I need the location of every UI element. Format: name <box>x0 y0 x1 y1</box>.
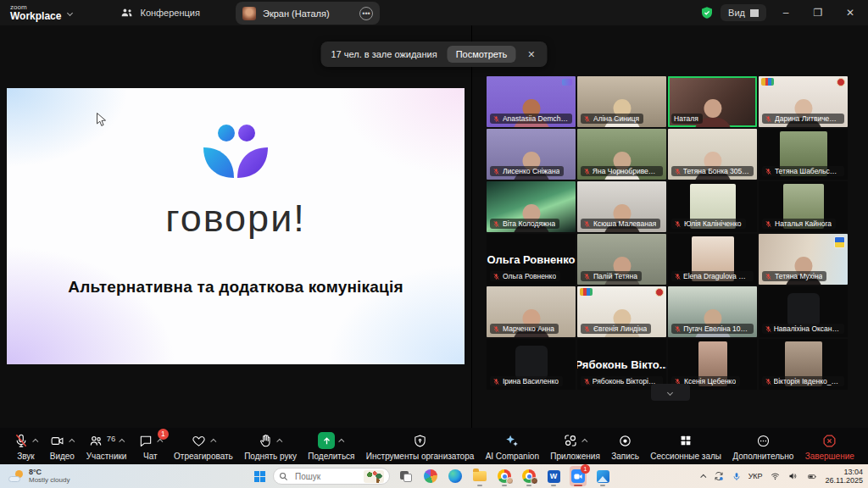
toolbar-label: Инструменты организатора <box>366 452 474 461</box>
taskbar-app-chrome1-icon[interactable] <box>496 466 513 486</box>
participant-tile[interactable]: Віта Колодяжна <box>487 181 576 232</box>
battery-icon[interactable] <box>805 472 819 481</box>
participant-name-label: Наталя <box>671 114 703 124</box>
clock-time: 13:04 <box>843 468 863 476</box>
toolbar-hand-button[interactable]: Поднять руку <box>244 432 297 461</box>
participant-tile[interactable]: Вікторія Івденко_ФПП... <box>759 339 848 390</box>
toolbar-chat-button[interactable]: 1Чат <box>138 432 163 461</box>
toolbar-record-button[interactable]: Запись <box>611 432 639 461</box>
toolbar-more-button[interactable]: Дополнительно <box>732 432 793 461</box>
participant-tile[interactable]: Тетяна Шабельська <box>759 129 848 180</box>
toolbar-shield-button[interactable]: Инструменты организатора <box>366 432 474 461</box>
microphone-tray-icon[interactable] <box>732 471 742 482</box>
participant-name-label: Пугач Евеліна 102ДО <box>671 324 754 334</box>
taskbar-clock[interactable]: 13:04 26.11.2025 <box>826 468 863 485</box>
taskbar-app-colorwheel-icon[interactable] <box>422 466 439 486</box>
toolbar-sparkle-button[interactable]: AI Companion <box>486 432 539 461</box>
participant-tile[interactable]: Лисенко Сніжана <box>487 129 576 180</box>
presentation-slide: говори! Альтернативна та додаткова комун… <box>7 88 465 364</box>
participant-tile[interactable]: Ірина Василенко <box>487 339 576 390</box>
muted-mic-icon <box>583 220 591 228</box>
taskbar-app-edge-icon[interactable] <box>447 466 464 486</box>
participant-tile[interactable]: Тетяна Бонка 305 СО... <box>668 129 757 180</box>
participant-tile[interactable]: Ксюша Малеваная <box>577 181 666 232</box>
chevron-up-icon[interactable] <box>276 438 282 444</box>
start-button[interactable] <box>254 471 265 482</box>
chevron-up-icon[interactable] <box>70 438 75 444</box>
chevron-up-icon[interactable] <box>120 438 125 444</box>
participant-tile[interactable]: Пугач Евеліна 102ДО <box>668 286 757 337</box>
participant-name-label: Євгенія Линдіна <box>581 324 651 334</box>
participant-tile[interactable]: Рябоконь Вікто...Рябоконь Вікторія 10... <box>577 339 666 390</box>
chevron-up-icon[interactable] <box>581 438 587 444</box>
participant-tile[interactable]: Наталя <box>668 76 757 127</box>
tile-emblem-icon <box>761 78 774 86</box>
participant-tile[interactable]: Палій Тетяна <box>577 234 666 285</box>
language-indicator[interactable]: УКР <box>748 472 763 480</box>
participant-tile[interactable]: Марченко Анна <box>487 286 576 337</box>
muted-mic-icon <box>674 220 682 228</box>
taskbar-weather[interactable]: 8°C Mostly cloudy <box>8 469 70 485</box>
sync-icon[interactable] <box>713 470 725 482</box>
participant-tile[interactable]: Яна Чорнобривець З... <box>577 129 666 180</box>
participant-tile[interactable]: Тетяна Мухіна <box>759 234 848 285</box>
toolbar-end-button[interactable]: Завершение <box>805 432 854 461</box>
participant-tile[interactable]: Юлія Калініченко <box>668 181 757 232</box>
muted-mic-icon <box>583 325 591 333</box>
weather-icon <box>8 470 24 482</box>
taskbar-app-photos-icon[interactable] <box>594 466 611 486</box>
participant-tile[interactable]: Євгенія Линдіна <box>577 286 666 337</box>
toolbar-share-button[interactable]: Поделиться <box>308 432 354 461</box>
speaker-icon[interactable] <box>787 471 798 481</box>
layout-grid-icon <box>750 9 759 17</box>
toolbar-rooms-button[interactable]: Сессионные залы <box>650 432 721 461</box>
security-shield-icon[interactable] <box>700 6 714 19</box>
view-waiting-room-button[interactable]: Посмотреть <box>448 46 516 63</box>
taskbar-app-folder-icon[interactable] <box>471 466 488 486</box>
participant-tile[interactable]: Аліна Синиця <box>577 76 666 127</box>
participant-tile[interactable]: Ксенія Цебенко <box>668 339 757 390</box>
windows-taskbar: 8°C Mostly cloudy W1 <box>0 464 868 488</box>
chevron-up-icon[interactable] <box>210 438 216 444</box>
taskbar-app-zoom-icon[interactable]: 1 <box>570 466 587 486</box>
tab-meeting[interactable]: Конференция <box>121 8 199 19</box>
participant-tile[interactable]: Elena Dragulova C10... <box>668 234 757 285</box>
taskbar-app-taskview-icon[interactable] <box>398 466 415 486</box>
participant-tile[interactable]: Anastasiia Demchuk <box>487 76 576 127</box>
wifi-icon[interactable] <box>770 471 781 481</box>
search-seasonal-graphic-icon <box>364 470 384 483</box>
chevron-up-icon[interactable] <box>339 438 345 444</box>
taskbar-app-word-icon[interactable]: W <box>545 466 562 486</box>
taskbar-app-chrome2-icon[interactable] <box>520 466 537 486</box>
toolbar-heart-button[interactable]: Отреагировать <box>174 432 233 461</box>
tab-screen-share[interactable]: Экран (Наталя) ••• <box>236 2 380 25</box>
toolbar-camera-button[interactable]: Видео <box>49 432 75 461</box>
scroll-participants-button[interactable] <box>651 384 690 401</box>
zoom-workplace-menu[interactable]: zoom Workplace <box>10 4 72 21</box>
participant-tile[interactable]: Наталья Кайнога <box>759 181 848 232</box>
rooms-icon <box>679 434 693 447</box>
participant-name-label: Elena Dragulova C10... <box>671 271 754 281</box>
view-label: Вид <box>728 8 745 18</box>
taskbar-search[interactable] <box>273 468 390 485</box>
view-button[interactable]: Вид <box>721 4 766 21</box>
hidden-icons-chevron-icon[interactable] <box>700 474 706 480</box>
end-icon <box>822 434 837 448</box>
participant-tile[interactable]: Наваліхіна Оксана 30... <box>759 286 848 337</box>
participant-name-label: Яна Чорнобривець З... <box>581 166 663 176</box>
toolbar-apps-button[interactable]: Приложения <box>550 432 600 461</box>
search-input[interactable] <box>293 471 353 482</box>
maximize-button[interactable]: ❐ <box>805 1 831 25</box>
minimize-button[interactable]: – <box>773 1 798 25</box>
close-button[interactable]: ✕ <box>837 1 863 25</box>
participant-tile[interactable]: Ольга РовненкоОльга Ровненко <box>487 234 576 285</box>
muted-mic-icon <box>674 325 681 333</box>
toolbar-mic-muted-button[interactable]: Звук <box>14 432 38 461</box>
muted-mic-icon <box>765 273 772 280</box>
participant-name-label: Наталья Кайнога <box>762 219 836 229</box>
dismiss-notification-icon[interactable]: ✕ <box>526 49 537 60</box>
chevron-up-icon[interactable] <box>32 438 38 444</box>
participant-tile[interactable]: Дарина Литвиченко <box>759 76 848 127</box>
toolbar-participants-button[interactable]: 76Участники <box>86 432 127 461</box>
tab-options-icon[interactable]: ••• <box>359 7 373 20</box>
